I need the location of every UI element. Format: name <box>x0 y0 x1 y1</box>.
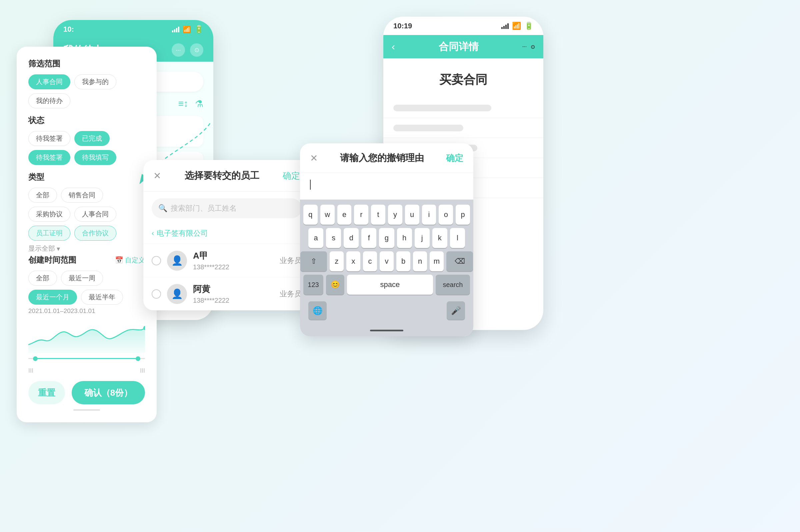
nav-icons-contract: ··· ⊙ <box>522 44 535 50</box>
modal-transfer-confirm[interactable]: 确定 <box>283 170 300 182</box>
key-u[interactable]: u <box>405 205 419 225</box>
filter-date-month[interactable]: 最近一个月 <box>28 290 77 305</box>
key-g[interactable]: g <box>379 228 394 248</box>
keyboard-extras: 🌐 🎤 <box>303 298 470 320</box>
chart-tick-labels: III III <box>28 367 145 374</box>
filter-tag-hr-contract[interactable]: 人事合同 <box>28 74 70 89</box>
modal-cancel-confirm[interactable]: 确定 <box>446 152 463 164</box>
key-r[interactable]: r <box>354 205 368 225</box>
filter-tag-my-todos[interactable]: 我的待办 <box>28 93 70 108</box>
keyboard-row-1: q w e r t y u i o p <box>303 205 470 225</box>
key-t[interactable]: t <box>371 205 385 225</box>
key-z[interactable]: z <box>330 251 344 271</box>
key-123[interactable]: 123 <box>303 275 323 294</box>
key-l[interactable]: l <box>450 228 465 248</box>
filter-tag-hr[interactable]: 人事合同 <box>74 207 116 222</box>
filter-date-week[interactable]: 最近一周 <box>61 271 103 286</box>
modal-cancel-title: 请输入您的撤销理由 <box>340 152 424 164</box>
key-p[interactable]: p <box>456 205 470 225</box>
key-e[interactable]: e <box>337 205 352 225</box>
employee-radio-1[interactable] <box>152 256 161 265</box>
key-m[interactable]: m <box>430 251 444 271</box>
filter-tag-awaiting-sign[interactable]: 待我签署 <box>28 150 70 165</box>
status-bar-contract: 10:19 📶 🔋 <box>383 17 543 35</box>
filter-icon[interactable]: ⚗ <box>195 98 203 109</box>
key-f[interactable]: f <box>361 228 376 248</box>
text-cursor <box>310 180 311 190</box>
modal-search-bar[interactable]: 🔍 搜索部门、员工姓名 <box>152 198 302 218</box>
key-search[interactable]: search <box>436 275 470 294</box>
key-w[interactable]: w <box>320 205 335 225</box>
employee-radio-2[interactable] <box>152 289 161 299</box>
cancel-input-area[interactable] <box>300 173 473 200</box>
home-indicator <box>370 330 403 331</box>
filter-show-all[interactable]: 显示全部 ▾ <box>28 244 145 253</box>
key-delete[interactable]: ⌫ <box>446 251 473 271</box>
filter-date-all[interactable]: 全部 <box>28 271 57 286</box>
filter-tag-purchase[interactable]: 采购协议 <box>28 207 70 222</box>
show-all-label: 显示全部 <box>28 244 55 253</box>
key-mic[interactable]: 🎤 <box>447 301 465 320</box>
key-n[interactable]: n <box>413 251 427 271</box>
sort-icon[interactable]: ≡↕ <box>178 98 188 109</box>
modal-transfer-header: ✕ 选择要转交的员工 确定 <box>143 160 310 192</box>
modal-transfer-title: 选择要转交的员工 <box>185 169 259 182</box>
target-icon[interactable]: ⊙ <box>190 43 203 57</box>
key-j[interactable]: j <box>415 228 430 248</box>
filter-tag-completed[interactable]: 已完成 <box>74 131 110 146</box>
filter-tag-participated[interactable]: 我参与的 <box>74 74 116 89</box>
key-h[interactable]: h <box>397 228 412 248</box>
signal-icon-contract <box>501 23 509 29</box>
key-space[interactable]: space <box>347 275 433 294</box>
key-emoji[interactable]: 😊 <box>326 275 344 294</box>
filter-range-tags: 人事合同 我参与的 我的待办 <box>28 74 145 108</box>
employee-item-2[interactable]: 👤 阿黄 138****2222 业务员 <box>143 277 310 310</box>
filter-tag-awaiting-fill[interactable]: 待我填写 <box>74 150 116 165</box>
chevron-left-icon: ‹ <box>152 229 154 238</box>
filter-status-tags: 待我签署 已完成 待我签署 待我填写 <box>28 131 145 165</box>
key-y[interactable]: y <box>388 205 402 225</box>
status-time-contract: 10:19 <box>393 22 412 30</box>
filter-tag-all[interactable]: 全部 <box>28 188 57 203</box>
key-d[interactable]: d <box>344 228 359 248</box>
key-q[interactable]: q <box>303 205 318 225</box>
date-range-text: 2021.01.01–2023.01.01 <box>28 307 145 315</box>
target-icon-contract[interactable]: ⊙ <box>531 44 535 50</box>
slider-dot-left[interactable] <box>33 356 38 361</box>
key-k[interactable]: k <box>432 228 447 248</box>
chevron-down-icon: ▾ <box>57 245 60 253</box>
key-v[interactable]: v <box>380 251 394 271</box>
slider-dot-right[interactable] <box>136 356 140 361</box>
chart-slider[interactable] <box>28 358 145 359</box>
key-s[interactable]: s <box>326 228 341 248</box>
key-o[interactable]: o <box>439 205 453 225</box>
filter-date-halfyear[interactable]: 最近半年 <box>81 290 123 305</box>
key-c[interactable]: c <box>363 251 377 271</box>
employee-item-1[interactable]: 👤 A甲 138****2222 业务员 <box>143 244 310 277</box>
back-button[interactable]: ‹ <box>392 41 395 52</box>
modal-close-button[interactable]: ✕ <box>153 170 161 181</box>
modal-cancel-close[interactable]: ✕ <box>310 153 318 164</box>
key-globe[interactable]: 🌐 <box>308 301 327 320</box>
employee-name-1: A甲 <box>193 250 274 262</box>
key-a[interactable]: a <box>308 228 323 248</box>
filter-type-tags: 全部 销售合同 采购协议 人事合同 员工证明 合作协议 <box>28 188 145 241</box>
filter-tag-employee-cert[interactable]: 员工证明 <box>28 226 70 241</box>
company-name: 电子签有限公司 <box>157 228 208 238</box>
confirm-button[interactable]: 确认（8份） <box>72 381 145 404</box>
filter-tag-sales[interactable]: 销售合同 <box>61 188 103 203</box>
key-shift[interactable]: ⇧ <box>300 251 327 271</box>
key-b[interactable]: b <box>396 251 410 271</box>
wifi-icon: 📶 <box>183 25 191 33</box>
key-i[interactable]: i <box>422 205 436 225</box>
filter-tag-cooperation[interactable]: 合作协议 <box>74 226 116 241</box>
filter-tag-pending-sign[interactable]: 待我签署 <box>28 131 70 146</box>
tick-left: III <box>28 367 33 374</box>
filter-date-custom[interactable]: 📅 自定义 <box>115 256 145 265</box>
reset-button[interactable]: 重置 <box>28 381 65 404</box>
more-icon-contract[interactable]: ··· <box>522 44 527 50</box>
menu-icon[interactable]: ··· <box>172 43 185 57</box>
modal-company[interactable]: ‹ 电子签有限公司 <box>143 225 310 244</box>
battery-icon-contract: 🔋 <box>524 22 533 30</box>
key-x[interactable]: x <box>346 251 360 271</box>
